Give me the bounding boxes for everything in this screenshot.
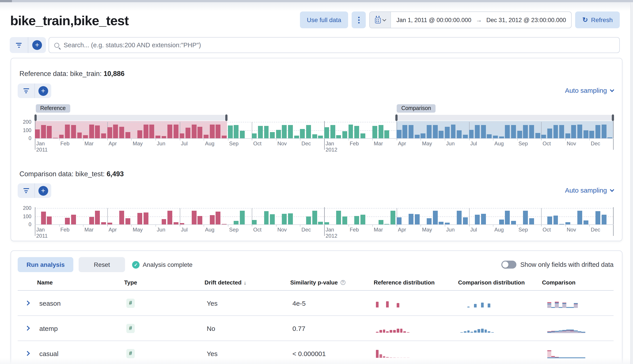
reference-distribution-chart xyxy=(376,349,410,358)
histogram-bar xyxy=(198,127,202,138)
histogram-bar xyxy=(89,125,94,138)
mini-bar xyxy=(376,350,378,358)
histogram-bar xyxy=(312,211,317,224)
comparison-data-label: Comparison data: bike_test: 6,493 xyxy=(20,170,124,178)
reset-button[interactable]: Reset xyxy=(79,257,125,272)
histogram-bar xyxy=(125,132,130,138)
histogram-bar xyxy=(403,125,408,138)
histogram-bar xyxy=(83,135,88,138)
histogram-bar xyxy=(71,125,76,138)
filter-button[interactable] xyxy=(18,183,34,198)
histogram-bar xyxy=(529,218,534,224)
expand-row-icon[interactable] xyxy=(25,351,30,356)
histogram-bar xyxy=(336,135,341,138)
histogram-bar xyxy=(596,125,600,138)
add-filter-button[interactable]: + xyxy=(28,37,46,53)
table-header: Name Type Drift detected↓ Similarity p-v… xyxy=(18,275,614,291)
x-axis-label: Jan2012 xyxy=(326,226,337,240)
histogram-bar xyxy=(433,125,438,138)
x-axis-label: Jun xyxy=(446,226,455,233)
table-row[interactable]: season # Yes 4e-5 xyxy=(18,291,614,316)
reference-auto-sampling-dropdown[interactable]: Auto sampling xyxy=(565,86,614,94)
mini-bar xyxy=(484,330,487,333)
histogram-bar xyxy=(493,136,498,138)
histogram-bar xyxy=(427,125,432,138)
search-input[interactable]: Search... (e.g. status:200 AND extension… xyxy=(48,37,620,53)
expand-row-icon[interactable] xyxy=(25,326,30,331)
x-axis-label: Nov xyxy=(278,226,287,233)
field-name: atemp xyxy=(37,324,124,332)
column-drift-detected[interactable]: Drift detected↓ xyxy=(204,279,290,286)
query-filter-group: + xyxy=(10,37,46,53)
apps-menu-button[interactable] xyxy=(352,12,366,28)
date-range-picker[interactable]: Jan 1, 2011 @ 00:00:00.000 → Dec 31, 201… xyxy=(370,12,572,28)
overlay-step xyxy=(559,307,562,308)
quarter-tick xyxy=(541,208,542,226)
comparison-overlay-chart xyxy=(547,348,585,358)
refresh-button[interactable]: ↻ Refresh xyxy=(575,12,620,28)
histogram-bar xyxy=(577,125,582,138)
mini-bar xyxy=(488,331,490,333)
comparison-histogram-plot[interactable] xyxy=(35,208,614,224)
histogram-bar xyxy=(143,125,148,138)
reference-doc-count: 10,886 xyxy=(104,70,124,77)
add-filter-button[interactable]: + xyxy=(34,84,51,98)
mini-bar xyxy=(407,332,410,333)
histogram-bar xyxy=(360,134,365,138)
overlay-step xyxy=(566,330,570,333)
analysis-status: ✓ Analysis complete xyxy=(132,261,192,268)
add-filter-button[interactable]: + xyxy=(34,183,51,198)
column-type[interactable]: Type xyxy=(124,279,204,286)
histogram-bar xyxy=(384,130,390,138)
histogram-bar xyxy=(566,222,570,224)
calendar-quick-select[interactable] xyxy=(370,12,391,28)
drifted-only-label: Show only fields with drifted data xyxy=(520,261,614,268)
filter-button[interactable] xyxy=(10,37,28,53)
use-full-data-button[interactable]: Use full data xyxy=(300,12,348,28)
histogram-bar xyxy=(535,133,540,138)
reference-histogram-plot[interactable] xyxy=(35,122,614,138)
filter-button[interactable] xyxy=(18,84,34,98)
table-row[interactable]: atemp # No 0.77 xyxy=(18,316,614,341)
x-axis-label: Jun xyxy=(446,140,455,147)
histogram-bar xyxy=(397,130,402,138)
page-scrollbar[interactable] xyxy=(630,2,633,364)
histogram-bar xyxy=(584,220,588,225)
table-body: season # Yes 4e-5 atemp # No 0.77 casual… xyxy=(18,291,614,364)
comparison-distribution-chart xyxy=(460,298,494,308)
reference-time-brush[interactable] xyxy=(35,115,227,120)
histogram-bar xyxy=(65,218,70,224)
column-reference-distribution: Reference distribution xyxy=(374,279,458,286)
comparison-auto-sampling-dropdown[interactable]: Auto sampling xyxy=(565,186,614,194)
mini-bar xyxy=(460,332,463,333)
histogram-bar xyxy=(300,129,305,138)
x-axis-label: Jan2012 xyxy=(326,140,337,153)
date-end[interactable]: Dec 31, 2012 @ 23:00:00.000 xyxy=(486,16,566,23)
comparison-time-brush[interactable] xyxy=(396,115,614,120)
histogram-bar xyxy=(481,125,486,138)
date-start[interactable]: Jan 1, 2011 @ 00:00:00.000 xyxy=(396,16,471,23)
domain-end-tick xyxy=(613,121,614,150)
histogram-bar xyxy=(77,132,82,138)
column-similarity-p-value[interactable]: Similarity p-value? xyxy=(290,279,374,286)
histogram-bar xyxy=(162,219,166,224)
mini-bar xyxy=(404,331,406,333)
drift-analysis-card: Run analysis Reset ✓ Analysis complete S… xyxy=(10,250,622,364)
histogram-bar xyxy=(312,134,317,138)
x-axis-label: Aug xyxy=(205,226,214,233)
date-range-values: Jan 1, 2011 @ 00:00:00.000 → Dec 31, 201… xyxy=(391,12,572,28)
histogram-bar xyxy=(487,134,492,138)
x-axis-label: Sep xyxy=(229,226,238,233)
histogram-bar xyxy=(101,222,106,224)
histogram-bar xyxy=(372,126,377,138)
column-name[interactable]: Name xyxy=(37,279,124,286)
y-axis-label: 0 xyxy=(28,222,31,227)
numeric-type-badge: # xyxy=(126,349,135,358)
histogram-bar xyxy=(125,218,130,224)
expand-row-icon[interactable] xyxy=(25,300,30,306)
overlay-step xyxy=(574,330,578,333)
overlay-step xyxy=(547,304,551,308)
drifted-only-toggle[interactable] xyxy=(501,261,516,268)
run-analysis-button[interactable]: Run analysis xyxy=(18,257,74,272)
histogram-bar xyxy=(354,216,359,224)
